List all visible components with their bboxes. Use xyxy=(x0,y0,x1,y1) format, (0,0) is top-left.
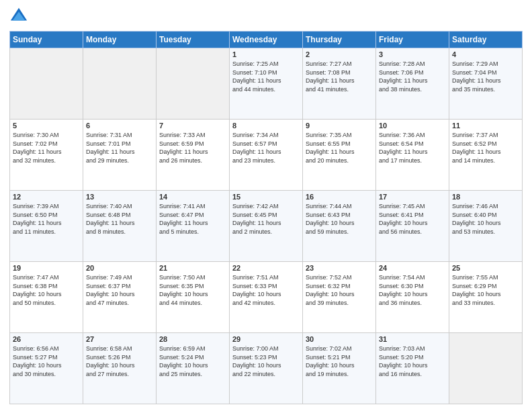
day-number: 4 xyxy=(452,50,519,58)
calendar-week-row: 5Sunrise: 7:30 AM Sunset: 7:02 PM Daylig… xyxy=(10,120,523,191)
day-number: 8 xyxy=(232,122,300,130)
day-number: 1 xyxy=(232,50,300,58)
day-info: Sunrise: 7:52 AM Sunset: 6:32 PM Dayligh… xyxy=(306,273,373,307)
day-number: 17 xyxy=(379,193,446,201)
calendar-day-cell: 5Sunrise: 7:30 AM Sunset: 7:02 PM Daylig… xyxy=(10,120,83,191)
calendar-day-cell: 3Sunrise: 7:28 AM Sunset: 7:06 PM Daylig… xyxy=(376,48,449,120)
day-number: 25 xyxy=(452,264,519,272)
day-number: 13 xyxy=(86,193,153,201)
calendar-day-cell: 12Sunrise: 7:39 AM Sunset: 6:50 PM Dayli… xyxy=(10,191,83,262)
day-number: 16 xyxy=(306,193,373,201)
calendar-day-cell xyxy=(10,48,83,120)
day-number: 21 xyxy=(159,264,226,272)
weekday-header: Saturday xyxy=(449,32,523,48)
day-info: Sunrise: 7:39 AM Sunset: 6:50 PM Dayligh… xyxy=(13,202,80,236)
calendar-day-cell: 31Sunrise: 7:03 AM Sunset: 5:20 PM Dayli… xyxy=(376,333,449,404)
calendar-day-cell: 29Sunrise: 7:00 AM Sunset: 5:23 PM Dayli… xyxy=(230,333,303,404)
calendar-day-cell: 14Sunrise: 7:41 AM Sunset: 6:47 PM Dayli… xyxy=(157,191,230,262)
calendar-week-row: 12Sunrise: 7:39 AM Sunset: 6:50 PM Dayli… xyxy=(10,191,523,262)
calendar-day-cell: 8Sunrise: 7:34 AM Sunset: 6:57 PM Daylig… xyxy=(230,120,303,191)
day-info: Sunrise: 7:40 AM Sunset: 6:48 PM Dayligh… xyxy=(86,202,153,236)
day-number: 29 xyxy=(232,335,300,343)
calendar-day-cell: 15Sunrise: 7:42 AM Sunset: 6:45 PM Dayli… xyxy=(230,191,303,262)
day-info: Sunrise: 7:47 AM Sunset: 6:38 PM Dayligh… xyxy=(13,273,80,307)
day-info: Sunrise: 7:33 AM Sunset: 6:59 PM Dayligh… xyxy=(159,131,226,165)
day-number: 20 xyxy=(86,264,153,272)
calendar-day-cell xyxy=(83,48,157,120)
calendar-week-row: 1Sunrise: 7:25 AM Sunset: 7:10 PM Daylig… xyxy=(10,48,523,120)
day-info: Sunrise: 7:49 AM Sunset: 6:37 PM Dayligh… xyxy=(86,273,153,307)
day-info: Sunrise: 7:51 AM Sunset: 6:33 PM Dayligh… xyxy=(232,273,300,307)
day-number: 12 xyxy=(13,193,80,201)
calendar-day-cell: 21Sunrise: 7:50 AM Sunset: 6:35 PM Dayli… xyxy=(157,262,230,333)
day-info: Sunrise: 7:50 AM Sunset: 6:35 PM Dayligh… xyxy=(159,273,226,307)
calendar-day-cell: 28Sunrise: 6:59 AM Sunset: 5:24 PM Dayli… xyxy=(157,333,230,404)
calendar-header-row: SundayMondayTuesdayWednesdayThursdayFrid… xyxy=(10,32,523,48)
calendar-day-cell: 20Sunrise: 7:49 AM Sunset: 6:37 PM Dayli… xyxy=(83,262,157,333)
calendar-day-cell: 13Sunrise: 7:40 AM Sunset: 6:48 PM Dayli… xyxy=(83,191,157,262)
calendar-day-cell: 9Sunrise: 7:35 AM Sunset: 6:55 PM Daylig… xyxy=(303,120,376,191)
day-info: Sunrise: 7:35 AM Sunset: 6:55 PM Dayligh… xyxy=(306,131,373,165)
weekday-header: Wednesday xyxy=(230,32,303,48)
day-info: Sunrise: 7:03 AM Sunset: 5:20 PM Dayligh… xyxy=(379,345,446,378)
day-number: 31 xyxy=(379,335,446,343)
day-number: 14 xyxy=(159,193,226,201)
calendar-day-cell: 16Sunrise: 7:44 AM Sunset: 6:43 PM Dayli… xyxy=(303,191,376,262)
weekday-header: Friday xyxy=(376,32,449,48)
day-number: 24 xyxy=(379,264,446,272)
page-container: SundayMondayTuesdayWednesdayThursdayFrid… xyxy=(0,0,532,411)
calendar-day-cell: 19Sunrise: 7:47 AM Sunset: 6:38 PM Dayli… xyxy=(10,262,83,333)
day-info: Sunrise: 7:37 AM Sunset: 6:52 PM Dayligh… xyxy=(452,131,519,165)
day-info: Sunrise: 7:31 AM Sunset: 7:01 PM Dayligh… xyxy=(86,131,153,165)
calendar-day-cell: 26Sunrise: 6:56 AM Sunset: 5:27 PM Dayli… xyxy=(10,333,83,404)
day-info: Sunrise: 7:27 AM Sunset: 7:08 PM Dayligh… xyxy=(306,60,373,93)
weekday-header: Tuesday xyxy=(157,32,230,48)
day-info: Sunrise: 7:55 AM Sunset: 6:29 PM Dayligh… xyxy=(452,273,519,307)
day-number: 27 xyxy=(86,335,153,343)
day-number: 19 xyxy=(13,264,80,272)
calendar-day-cell: 18Sunrise: 7:46 AM Sunset: 6:40 PM Dayli… xyxy=(449,191,523,262)
calendar-day-cell: 11Sunrise: 7:37 AM Sunset: 6:52 PM Dayli… xyxy=(449,120,523,191)
day-number: 5 xyxy=(13,122,80,130)
day-number: 10 xyxy=(379,122,446,130)
calendar-day-cell: 24Sunrise: 7:54 AM Sunset: 6:30 PM Dayli… xyxy=(376,262,449,333)
calendar-day-cell: 25Sunrise: 7:55 AM Sunset: 6:29 PM Dayli… xyxy=(449,262,523,333)
calendar-week-row: 26Sunrise: 6:56 AM Sunset: 5:27 PM Dayli… xyxy=(10,333,523,404)
day-info: Sunrise: 7:41 AM Sunset: 6:47 PM Dayligh… xyxy=(159,202,226,236)
day-info: Sunrise: 7:54 AM Sunset: 6:30 PM Dayligh… xyxy=(379,273,446,307)
calendar-day-cell: 4Sunrise: 7:29 AM Sunset: 7:04 PM Daylig… xyxy=(449,48,523,120)
logo xyxy=(9,7,31,26)
weekday-header: Sunday xyxy=(10,32,83,48)
day-info: Sunrise: 7:28 AM Sunset: 7:06 PM Dayligh… xyxy=(379,60,446,93)
calendar-day-cell: 6Sunrise: 7:31 AM Sunset: 7:01 PM Daylig… xyxy=(83,120,157,191)
day-number: 2 xyxy=(306,50,373,58)
calendar-day-cell: 1Sunrise: 7:25 AM Sunset: 7:10 PM Daylig… xyxy=(230,48,303,120)
calendar-day-cell: 30Sunrise: 7:02 AM Sunset: 5:21 PM Dayli… xyxy=(303,333,376,404)
day-info: Sunrise: 6:58 AM Sunset: 5:26 PM Dayligh… xyxy=(86,345,153,378)
day-number: 3 xyxy=(379,50,446,58)
weekday-header: Thursday xyxy=(303,32,376,48)
day-number: 9 xyxy=(306,122,373,130)
calendar-day-cell: 17Sunrise: 7:45 AM Sunset: 6:41 PM Dayli… xyxy=(376,191,449,262)
day-number: 23 xyxy=(306,264,373,272)
day-number: 22 xyxy=(232,264,300,272)
day-number: 6 xyxy=(86,122,153,130)
day-number: 11 xyxy=(452,122,519,130)
calendar-day-cell: 23Sunrise: 7:52 AM Sunset: 6:32 PM Dayli… xyxy=(303,262,376,333)
day-info: Sunrise: 7:44 AM Sunset: 6:43 PM Dayligh… xyxy=(306,202,373,236)
day-info: Sunrise: 7:34 AM Sunset: 6:57 PM Dayligh… xyxy=(232,131,300,165)
day-info: Sunrise: 7:46 AM Sunset: 6:40 PM Dayligh… xyxy=(452,202,519,236)
day-info: Sunrise: 6:59 AM Sunset: 5:24 PM Dayligh… xyxy=(159,345,226,378)
day-info: Sunrise: 7:45 AM Sunset: 6:41 PM Dayligh… xyxy=(379,202,446,236)
day-info: Sunrise: 7:25 AM Sunset: 7:10 PM Dayligh… xyxy=(232,60,300,93)
weekday-header: Monday xyxy=(83,32,157,48)
day-info: Sunrise: 7:29 AM Sunset: 7:04 PM Dayligh… xyxy=(452,60,519,93)
calendar-day-cell: 22Sunrise: 7:51 AM Sunset: 6:33 PM Dayli… xyxy=(230,262,303,333)
calendar-day-cell: 27Sunrise: 6:58 AM Sunset: 5:26 PM Dayli… xyxy=(83,333,157,404)
calendar-table: SundayMondayTuesdayWednesdayThursdayFrid… xyxy=(9,31,523,404)
day-info: Sunrise: 7:00 AM Sunset: 5:23 PM Dayligh… xyxy=(232,345,300,378)
calendar-day-cell xyxy=(449,333,523,404)
day-number: 18 xyxy=(452,193,519,201)
day-info: Sunrise: 7:36 AM Sunset: 6:54 PM Dayligh… xyxy=(379,131,446,165)
day-info: Sunrise: 6:56 AM Sunset: 5:27 PM Dayligh… xyxy=(13,345,80,378)
